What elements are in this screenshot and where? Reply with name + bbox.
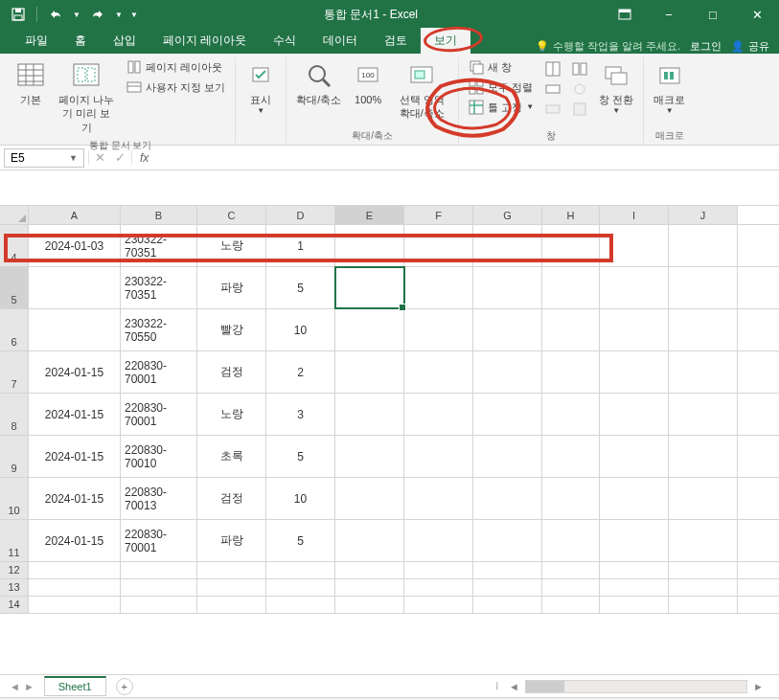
cell[interactable] bbox=[473, 436, 542, 477]
cell[interactable] bbox=[600, 562, 669, 578]
cell[interactable] bbox=[600, 351, 669, 393]
name-box[interactable]: E5 ▼ bbox=[4, 148, 84, 168]
tab-insert[interactable]: 삽입 bbox=[100, 28, 149, 54]
cell[interactable]: 2024-01-15 bbox=[29, 520, 121, 561]
row-header[interactable]: 8 bbox=[0, 394, 29, 435]
cell[interactable]: 파랑 bbox=[197, 520, 266, 561]
cell[interactable] bbox=[404, 436, 473, 477]
insert-function-icon[interactable]: fx bbox=[132, 151, 156, 165]
cell[interactable] bbox=[542, 520, 600, 561]
cell[interactable]: 230322-70351 bbox=[121, 267, 197, 308]
row-header[interactable]: 13 bbox=[0, 579, 29, 596]
cell[interactable] bbox=[121, 579, 197, 596]
cell[interactable]: 2024-01-15 bbox=[29, 478, 121, 519]
cell[interactable] bbox=[404, 520, 473, 561]
cell[interactable]: 220830-70013 bbox=[121, 478, 197, 519]
cell[interactable]: 2024-01-15 bbox=[29, 436, 121, 477]
cell[interactable] bbox=[600, 394, 669, 435]
cell[interactable] bbox=[121, 562, 197, 578]
cell[interactable] bbox=[404, 562, 473, 578]
cell[interactable] bbox=[669, 267, 738, 308]
cell[interactable] bbox=[542, 225, 600, 266]
cell[interactable] bbox=[335, 562, 404, 578]
cell[interactable] bbox=[473, 309, 542, 350]
macros-button[interactable]: 매크로 ▼ bbox=[650, 57, 689, 120]
cell[interactable] bbox=[473, 225, 542, 266]
close-button[interactable]: ✕ bbox=[735, 0, 779, 29]
cell[interactable] bbox=[404, 394, 473, 435]
cell[interactable] bbox=[600, 309, 669, 350]
cell[interactable] bbox=[404, 225, 473, 266]
cell[interactable] bbox=[600, 436, 669, 477]
column-header[interactable]: I bbox=[600, 206, 669, 224]
redo-dropdown-icon[interactable]: ▼ bbox=[114, 4, 124, 25]
row-header[interactable]: 5 bbox=[0, 267, 29, 308]
cell[interactable] bbox=[600, 579, 669, 596]
cell[interactable] bbox=[600, 520, 669, 561]
show-button[interactable]: 표시 ▼ bbox=[241, 57, 280, 120]
cell[interactable]: 파랑 bbox=[197, 267, 266, 308]
name-box-dropdown-icon[interactable]: ▼ bbox=[69, 153, 78, 163]
cell[interactable] bbox=[29, 562, 121, 578]
cell[interactable]: 5 bbox=[266, 267, 335, 308]
cell[interactable] bbox=[600, 225, 669, 266]
cell[interactable]: 5 bbox=[266, 520, 335, 561]
enter-icon[interactable]: ✓ bbox=[115, 150, 126, 165]
cell[interactable] bbox=[542, 478, 600, 519]
cell[interactable] bbox=[542, 436, 600, 477]
cell[interactable] bbox=[669, 520, 738, 561]
cell[interactable] bbox=[29, 309, 121, 350]
cell[interactable] bbox=[404, 267, 473, 308]
ribbon-display-options-icon[interactable] bbox=[603, 0, 647, 29]
cell[interactable] bbox=[542, 351, 600, 393]
cell[interactable] bbox=[404, 478, 473, 519]
cell[interactable]: 220830-70001 bbox=[121, 520, 197, 561]
cell[interactable] bbox=[266, 562, 335, 578]
row-header[interactable]: 9 bbox=[0, 436, 29, 477]
cell[interactable]: 5 bbox=[266, 436, 335, 477]
custom-views-button[interactable]: 사용자 지정 보기 bbox=[123, 78, 229, 97]
cell[interactable] bbox=[473, 597, 542, 613]
switch-windows-button[interactable]: 창 전환 ▼ bbox=[595, 57, 637, 120]
row-header[interactable]: 6 bbox=[0, 309, 29, 350]
row-header[interactable]: 12 bbox=[0, 562, 29, 578]
cell[interactable]: 빨강 bbox=[197, 309, 266, 350]
column-header[interactable]: H bbox=[542, 206, 600, 224]
freeze-panes-button[interactable]: 틀 고정 ▼ bbox=[465, 98, 538, 117]
tab-file[interactable]: 파일 bbox=[11, 28, 61, 54]
cell[interactable] bbox=[669, 394, 738, 435]
cancel-icon[interactable]: ✕ bbox=[95, 150, 105, 165]
cell[interactable] bbox=[669, 225, 738, 266]
undo-icon[interactable] bbox=[45, 4, 66, 25]
split-button[interactable] bbox=[541, 59, 564, 79]
column-header[interactable]: B bbox=[121, 206, 197, 224]
column-header[interactable]: D bbox=[266, 206, 335, 224]
tab-pagelayout[interactable]: 페이지 레이아웃 bbox=[149, 28, 260, 54]
zoom-selection-button[interactable]: 선택 영역 확대/축소 bbox=[391, 57, 452, 124]
cell[interactable] bbox=[473, 520, 542, 561]
new-window-button[interactable]: 새 창 bbox=[465, 57, 538, 77]
cell[interactable] bbox=[404, 597, 473, 613]
row-header[interactable]: 4 bbox=[0, 225, 29, 266]
column-header[interactable]: F bbox=[404, 206, 473, 224]
select-all-corner[interactable] bbox=[0, 206, 29, 224]
cell[interactable]: 220830-70010 bbox=[121, 436, 197, 477]
pagebreak-preview-button[interactable]: 페이지 나누기 미리 보기 bbox=[54, 57, 119, 137]
cell[interactable] bbox=[197, 597, 266, 613]
cell[interactable] bbox=[197, 579, 266, 596]
cell[interactable] bbox=[542, 597, 600, 613]
sheet-nav-next-icon[interactable]: ► bbox=[24, 681, 34, 692]
cell[interactable] bbox=[542, 579, 600, 596]
cell[interactable]: 2024-01-03 bbox=[29, 225, 121, 266]
row-header[interactable]: 7 bbox=[0, 351, 29, 393]
zoom-button[interactable]: 확대/축소 bbox=[292, 57, 345, 109]
cell[interactable] bbox=[600, 267, 669, 308]
login-link[interactable]: 로그인 bbox=[690, 39, 722, 54]
cell[interactable] bbox=[335, 351, 404, 393]
sheet-nav-prev-icon[interactable]: ◄ bbox=[10, 681, 20, 692]
row-header[interactable]: 10 bbox=[0, 478, 29, 519]
cell[interactable] bbox=[335, 478, 404, 519]
cell[interactable] bbox=[669, 351, 738, 393]
cell[interactable]: 230322-70550 bbox=[121, 309, 197, 350]
cell[interactable] bbox=[473, 478, 542, 519]
